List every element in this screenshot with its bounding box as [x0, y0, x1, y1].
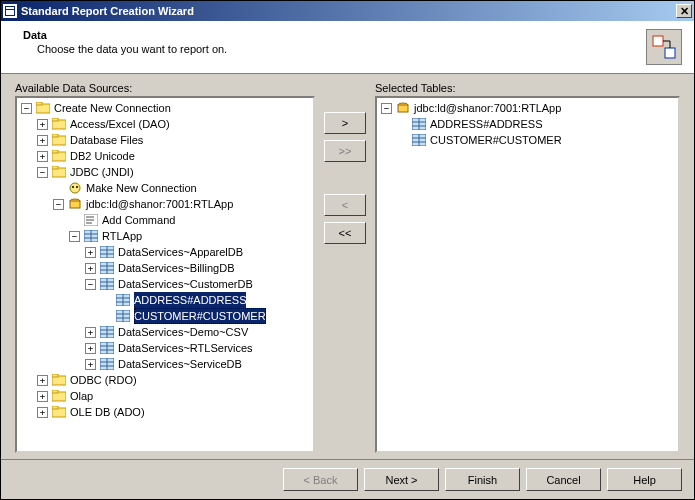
finish-button[interactable]: Finish — [445, 468, 520, 491]
tree-label: RTLApp — [102, 228, 142, 244]
next-button[interactable]: Next > — [364, 468, 439, 491]
table-icon — [116, 293, 130, 307]
transfer-buttons: > >> < << — [315, 82, 375, 453]
tree-item[interactable]: ADDRESS#ADDRESS — [395, 116, 678, 132]
expand-icon[interactable]: + — [37, 119, 48, 130]
expand-icon[interactable]: + — [85, 359, 96, 370]
tree-item[interactable]: +DataServices~ApparelDB — [83, 244, 313, 260]
svg-rect-65 — [52, 390, 58, 393]
window-title: Standard Report Creation Wizard — [21, 5, 676, 17]
tree-label: CUSTOMER#CUSTOMER — [134, 308, 266, 324]
svg-rect-21 — [70, 201, 80, 208]
tree-label: OLE DB (ADO) — [70, 404, 145, 420]
folder-icon — [36, 101, 50, 115]
collapse-icon[interactable]: − — [53, 199, 64, 210]
available-label: Available Data Sources: — [15, 82, 315, 94]
wizard-header: Data Choose the data you want to report … — [1, 21, 694, 74]
tree-item-add-command[interactable]: Add Command — [67, 212, 313, 228]
tree-label: ADDRESS#ADDRESS — [430, 116, 542, 132]
tree-label: jdbc:ld@shanor:7001:RTLApp — [414, 100, 561, 116]
svg-point-19 — [76, 186, 78, 188]
header-heading: Data — [23, 29, 646, 41]
tree-label: ODBC (RDO) — [70, 372, 137, 388]
folder-icon — [52, 117, 66, 131]
remove-button[interactable]: < — [324, 194, 366, 216]
svg-rect-69 — [398, 105, 408, 112]
available-tree[interactable]: − Create New Connection +Access/Excel (D… — [15, 96, 315, 453]
tree-root[interactable]: − Create New Connection — [19, 100, 313, 116]
folder-icon — [52, 405, 66, 419]
collapse-icon[interactable]: − — [381, 103, 392, 114]
svg-rect-67 — [52, 406, 58, 409]
expand-icon[interactable]: + — [37, 375, 48, 386]
help-button[interactable]: Help — [607, 468, 682, 491]
tree-label: Add Command — [102, 212, 175, 228]
table-icon — [100, 277, 114, 291]
tree-root[interactable]: −jdbc:ld@shanor:7001:RTLApp — [379, 100, 678, 116]
collapse-icon[interactable]: − — [21, 103, 32, 114]
db-icon — [396, 101, 410, 115]
tree-item[interactable]: +DataServices~ServiceDB — [83, 356, 313, 372]
tree-item[interactable]: +DataServices~RTLServices — [83, 340, 313, 356]
expand-icon[interactable]: + — [37, 391, 48, 402]
available-column: Available Data Sources: − Create New Con… — [15, 82, 315, 453]
folder-icon — [52, 389, 66, 403]
collapse-icon[interactable]: − — [37, 167, 48, 178]
tree-item[interactable]: +OLE DB (ADO) — [35, 404, 313, 420]
tree-item[interactable]: CUSTOMER#CUSTOMER — [395, 132, 678, 148]
folder-icon — [52, 133, 66, 147]
add-button[interactable]: > — [324, 112, 366, 134]
svg-rect-8 — [36, 102, 42, 105]
tree-label: Make New Connection — [86, 180, 197, 196]
header-text: Data Choose the data you want to report … — [23, 29, 646, 65]
back-button[interactable]: < Back — [283, 468, 358, 491]
tree-item[interactable]: +Database Files — [35, 132, 313, 148]
header-subtext: Choose the data you want to report on. — [23, 43, 646, 55]
tree-label: jdbc:ld@shanor:7001:RTLApp — [86, 196, 233, 212]
close-button[interactable]: ✕ — [676, 4, 692, 18]
wizard-window: Standard Report Creation Wizard ✕ Data C… — [0, 0, 695, 500]
tree-label: DataServices~BillingDB — [118, 260, 234, 276]
table-icon — [100, 357, 114, 371]
expand-icon[interactable]: + — [37, 151, 48, 162]
tree-item[interactable]: +DataServices~BillingDB — [83, 260, 313, 276]
expand-icon[interactable]: + — [85, 343, 96, 354]
expand-icon[interactable]: + — [85, 263, 96, 274]
wizard-body: Available Data Sources: − Create New Con… — [1, 74, 694, 459]
selected-tree[interactable]: −jdbc:ld@shanor:7001:RTLApp ADDRESS#ADDR… — [375, 96, 680, 453]
tree-item-jdbc[interactable]: −JDBC (JNDI) — [35, 164, 313, 180]
table-icon — [412, 133, 426, 147]
tree-item[interactable]: +ODBC (RDO) — [35, 372, 313, 388]
table-icon — [412, 117, 426, 131]
svg-rect-3 — [653, 36, 663, 46]
tree-item[interactable]: +DataServices~Demo~CSV — [83, 324, 313, 340]
tree-item[interactable]: +Access/Excel (DAO) — [35, 116, 313, 132]
tree-label: CUSTOMER#CUSTOMER — [430, 132, 562, 148]
tree-label: DataServices~CustomerDB — [118, 276, 253, 292]
collapse-icon[interactable]: − — [85, 279, 96, 290]
selected-column: Selected Tables: −jdbc:ld@shanor:7001:RT… — [375, 82, 680, 453]
expand-icon[interactable]: + — [37, 135, 48, 146]
cancel-button[interactable]: Cancel — [526, 468, 601, 491]
tree-label: DataServices~ServiceDB — [118, 356, 242, 372]
tree-item-new-connection[interactable]: Make New Connection — [51, 180, 313, 196]
expand-icon[interactable]: + — [85, 327, 96, 338]
svg-rect-63 — [52, 374, 58, 377]
data-icon — [646, 29, 682, 65]
folder-icon — [52, 165, 66, 179]
tree-label: Database Files — [70, 132, 143, 148]
tree-item-address[interactable]: ADDRESS#ADDRESS — [99, 292, 313, 308]
svg-rect-14 — [52, 150, 58, 153]
tree-item-customerdb[interactable]: −DataServices~CustomerDB — [83, 276, 313, 292]
add-all-button[interactable]: >> — [324, 140, 366, 162]
svg-point-18 — [72, 186, 74, 188]
collapse-icon[interactable]: − — [69, 231, 80, 242]
tree-item[interactable]: +DB2 Unicode — [35, 148, 313, 164]
tree-item-rtlapp[interactable]: −RTLApp — [67, 228, 313, 244]
tree-item-customer[interactable]: CUSTOMER#CUSTOMER — [99, 308, 313, 324]
remove-all-button[interactable]: << — [324, 222, 366, 244]
expand-icon[interactable]: + — [85, 247, 96, 258]
expand-icon[interactable]: + — [37, 407, 48, 418]
tree-item[interactable]: +Olap — [35, 388, 313, 404]
tree-item-connection[interactable]: −jdbc:ld@shanor:7001:RTLApp — [51, 196, 313, 212]
